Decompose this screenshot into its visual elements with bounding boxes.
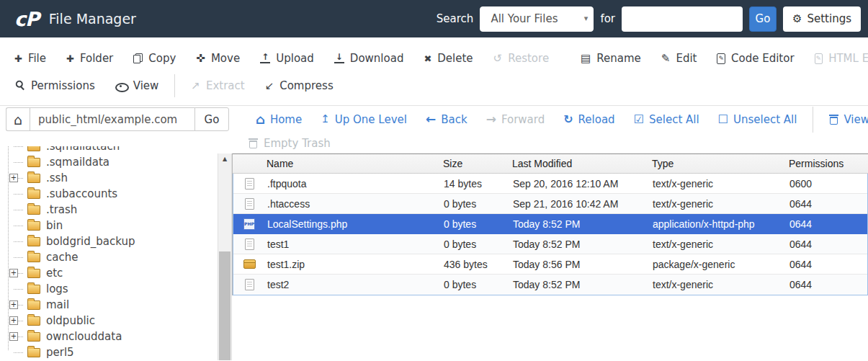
search-label: Search	[437, 12, 474, 25]
file-type: package/x-generic	[650, 259, 787, 270]
nav-link-label: Home	[270, 113, 302, 126]
expand-icon[interactable]: +	[9, 174, 18, 182]
toolbar-button-folder[interactable]: ✚Folder	[56, 52, 123, 65]
php-icon: PHP	[243, 218, 255, 230]
nav-links: ⌂Home↥Up One Level←Back→Forward↻Reload☑S…	[246, 107, 868, 133]
folder-icon	[27, 221, 40, 231]
toolbar-button-label: Upload	[276, 52, 314, 65]
extract-icon: ↗	[191, 81, 200, 92]
toolbar-button-edit[interactable]: ✎Edit	[651, 52, 707, 65]
expand-icon[interactable]: +	[9, 300, 18, 309]
file-type: text/x-generic	[650, 279, 787, 290]
tree-item-ownclouddata[interactable]: +ownclouddata	[6, 329, 218, 344]
app-header: cP File Manager Search All Your Files ▾ …	[0, 0, 868, 37]
nav-link-label: Select All	[649, 113, 699, 126]
folder-icon	[27, 205, 40, 215]
toolbar-button-rename[interactable]: ▤Rename	[571, 52, 651, 65]
folder-icon	[27, 316, 40, 326]
trash-icon	[249, 138, 258, 148]
folder-icon	[27, 237, 40, 246]
download-icon: ↓	[334, 53, 344, 63]
copy-icon	[133, 53, 143, 63]
toolbar-button-code-editor[interactable]: ✎Code Editor	[707, 52, 804, 65]
file-row-test1[interactable]: test10 bytesToday 8:52 PMtext/x-generic0…	[233, 234, 867, 254]
tree-item-sqmaildata[interactable]: .sqmaildata	[6, 154, 218, 170]
file-size: 0 bytes	[442, 198, 511, 210]
file-permissions: 0644	[787, 239, 867, 250]
toolbar-button-restore: ↺Restore	[483, 52, 560, 65]
tree-item-etc[interactable]: +etc	[6, 265, 218, 281]
tree-item-bin[interactable]: bin	[6, 218, 218, 233]
nav-link-label: Back	[441, 113, 467, 126]
edit-box-icon: ✎	[717, 53, 725, 64]
column-header-name[interactable]: Name	[264, 158, 441, 169]
expand-icon[interactable]: +	[9, 316, 18, 325]
edit-box-icon: ✎	[815, 53, 823, 64]
tree-item-mail[interactable]: +mail	[6, 297, 218, 313]
file-last-modified: Today 8:52 PM	[511, 218, 650, 230]
file-icon-cell	[233, 259, 265, 269]
settings-button[interactable]: ⚙ Settings	[783, 6, 861, 32]
empty-trash-label: Empty Trash	[264, 137, 331, 150]
toolbar-button-permissions[interactable]: Permissions	[4, 79, 105, 92]
file-size: 0 bytes	[442, 218, 511, 230]
nav-link-select-all[interactable]: ☑Select All	[625, 113, 709, 126]
toolbar-button-label: HTML Editor	[828, 52, 868, 65]
nav-link-label: Up One Level	[335, 113, 407, 126]
tree-item-label: .sqmaildata	[46, 156, 109, 169]
tree-item-trash[interactable]: .trash	[6, 202, 218, 218]
scrollbar-up-arrow[interactable]: ▲	[218, 156, 231, 162]
file-row-test2[interactable]: test20 bytesToday 8:52 PMtext/x-generic0…	[233, 275, 867, 295]
tree-item-perl5[interactable]: perl5	[6, 344, 218, 360]
toolbar-button-label: Rename	[596, 52, 641, 65]
file-name: test2	[265, 279, 442, 290]
column-header-permissions[interactable]: Permissions	[787, 158, 868, 169]
column-header-size[interactable]: Size	[441, 158, 510, 169]
scrollbar-thumb[interactable]	[219, 251, 231, 360]
column-header-last-modified[interactable]: Last Modified	[510, 158, 650, 169]
search-go-button[interactable]: Go	[749, 6, 777, 32]
file-row-test1-zip[interactable]: test1.zip436 bytesToday 8:56 PMpackage/x…	[233, 254, 867, 275]
toolbar-button-upload[interactable]: ↑Upload	[250, 52, 324, 65]
path-input[interactable]	[30, 107, 195, 131]
tree-item-logs[interactable]: logs	[6, 281, 218, 297]
tree-scrollbar[interactable]: ▲	[218, 153, 232, 360]
search-input[interactable]	[622, 6, 743, 32]
search-scope-select[interactable]: All Your Files	[480, 6, 594, 32]
file-icon	[245, 198, 254, 210]
nav-link-unselect-all[interactable]: ☐Unselect All	[709, 113, 807, 126]
tree-item-sqmailattach[interactable]: .sqmailattach	[6, 146, 218, 154]
toolbar-button-view[interactable]: View	[105, 79, 169, 92]
nav-link-view-trash[interactable]: View Trash	[820, 113, 868, 126]
for-label: for	[600, 12, 615, 25]
toolbar-button-download[interactable]: ↓Download	[324, 52, 414, 65]
nav-link-reload[interactable]: ↻Reload	[554, 113, 624, 126]
toolbar-button-compress[interactable]: ↙Compress	[255, 79, 344, 92]
toolbar-button-copy[interactable]: Copy	[123, 52, 186, 65]
column-header-type[interactable]: Type	[650, 158, 787, 169]
empty-trash-button: Empty Trash	[232, 133, 868, 153]
toolbar-button-label: Compress	[279, 79, 333, 92]
nav-link-up-one-level[interactable]: ↥Up One Level	[311, 113, 416, 126]
path-go-button[interactable]: Go	[194, 107, 229, 131]
tree-item-boldgrid-backup[interactable]: boldgrid_backup	[6, 233, 218, 249]
tree-item-oldpublic[interactable]: +oldpublic	[6, 313, 218, 329]
tree-item-ssh[interactable]: +.ssh	[6, 170, 218, 186]
expand-icon[interactable]: +	[9, 269, 18, 277]
toolbar-button-move[interactable]: ✜Move	[186, 52, 250, 65]
page-title: File Manager	[49, 11, 136, 27]
folder-icon	[27, 332, 40, 342]
home-icon[interactable]: ⌂	[6, 107, 30, 131]
file-row-ftpquota[interactable]: .ftpquota14 bytesSep 20, 2016 12:10 AMte…	[233, 174, 867, 194]
toolbar-button-label: Folder	[80, 52, 113, 65]
toolbar-button-file[interactable]: ✚File	[4, 52, 56, 65]
nav-link-home[interactable]: ⌂Home	[246, 113, 311, 126]
toolbar-button-delete[interactable]: ✖Delete	[413, 52, 483, 65]
expand-icon[interactable]: +	[9, 332, 18, 341]
file-row-htaccess[interactable]: .htaccess0 bytesSep 21, 2016 10:42 AMtex…	[233, 194, 867, 214]
tree-item-cache[interactable]: cache	[6, 249, 218, 265]
plus-icon: ✚	[14, 54, 22, 63]
file-row-localsettings-php[interactable]: PHPLocalSettings.php0 bytesToday 8:52 PM…	[233, 214, 867, 234]
nav-link-back[interactable]: ←Back	[416, 113, 477, 126]
tree-item-subaccounts[interactable]: .subaccounts	[6, 186, 218, 202]
